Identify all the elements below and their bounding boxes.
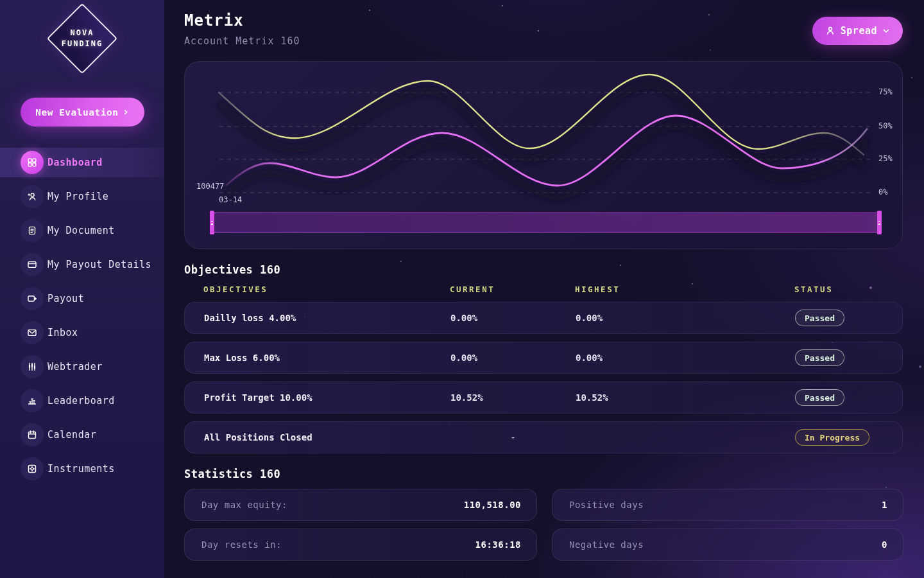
objective-row: All Positions Closed - In Progress (184, 421, 903, 453)
main-content: Metrix Account Metrix 160 Spread (164, 0, 924, 578)
objective-name: All Positions Closed (185, 432, 450, 442)
objective-highest: 0.00% (576, 353, 795, 363)
sidebar-item-my-payout-details[interactable]: My Payout Details (0, 250, 164, 279)
statistics-grid: Day max equity: 110,518.00 Positive days… (184, 489, 903, 561)
stat-card-positive-days: Positive days 1 (552, 489, 903, 521)
brand-name-line2: FUNDING (62, 39, 103, 49)
dashboard-icon (27, 157, 37, 168)
slider-handle-left[interactable] (210, 211, 214, 234)
objective-highest: 0.00% (576, 313, 795, 323)
sidebar-item-label: My Profile (47, 191, 108, 202)
chart-start-date: 03-14 (219, 195, 242, 204)
document-icon (27, 225, 37, 236)
objective-current: 10.52% (450, 392, 576, 403)
sidebar-item-calendar[interactable]: Calendar (0, 420, 164, 450)
equity-chart-card: 75% 50% 25% 0% 100477 03-14 (184, 61, 903, 249)
stat-label: Day resets in: (201, 539, 282, 550)
spread-label: Spread (841, 25, 877, 37)
objective-row: Max Loss 6.00% 0.00% 0.00% Passed (184, 342, 903, 374)
instruments-gear-icon (27, 464, 37, 474)
objectives-column-headers: OBJECTIVES CURRENT HIGHEST STATUS (184, 284, 903, 294)
profile-icon (27, 191, 37, 202)
candlestick-icon (27, 362, 37, 372)
sidebar: NOVA FUNDING New Evaluation › Dashboard … (0, 0, 164, 578)
column-header-current: CURRENT (450, 285, 575, 294)
user-icon (825, 26, 835, 36)
stat-label: Day max equity: (201, 500, 287, 510)
objective-current: - (450, 432, 576, 442)
sidebar-item-label: Calendar (47, 429, 96, 441)
chevron-down-icon (882, 27, 890, 35)
wallet-arrow-icon (27, 293, 37, 304)
statistics-heading: Statistics 160 (184, 468, 903, 480)
status-badge: In Progress (795, 429, 869, 446)
credit-card-icon (27, 259, 37, 270)
chart-start-value: 100477 (196, 182, 224, 191)
sidebar-item-instruments[interactable]: Instruments (0, 454, 164, 484)
sidebar-item-webtrader[interactable]: Webtrader (0, 352, 164, 381)
objective-name: Max Loss 6.00% (185, 353, 450, 363)
slider-handle-right[interactable] (877, 211, 882, 234)
objective-current: 0.00% (450, 353, 576, 363)
sidebar-item-label: Dashboard (47, 157, 103, 168)
objective-row: Profit Target 10.00% 10.52% 10.52% Passe… (184, 381, 903, 414)
status-badge: Passed (795, 349, 844, 366)
chart-range-slider[interactable] (211, 213, 880, 232)
sidebar-item-leaderboard[interactable]: Leaderboard (0, 386, 164, 416)
stat-value: 16:36:18 (475, 539, 521, 550)
statistics-section: Statistics 160 Day max equity: 110,518.0… (184, 468, 903, 561)
stat-value: 0 (882, 539, 887, 550)
sidebar-item-dashboard[interactable]: Dashboard (0, 148, 164, 177)
sidebar-item-payout[interactable]: Payout (0, 284, 164, 313)
objectives-section: Objectives 160 OBJECTIVES CURRENT HIGHES… (184, 263, 903, 453)
spread-button[interactable]: Spread (812, 17, 903, 45)
chevron-right-icon: › (122, 105, 129, 118)
sidebar-item-my-document[interactable]: My Document (0, 216, 164, 245)
y-axis-tick: 50% (878, 121, 893, 130)
objective-name: Profit Target 10.00% (185, 392, 450, 403)
stat-card-negative-days: Negative days 0 (552, 529, 903, 561)
chart-smoke-shadow (219, 85, 867, 196)
stat-card-day-resets-in: Day resets in: 16:36:18 (184, 529, 537, 561)
sidebar-item-label: My Payout Details (47, 259, 151, 270)
objective-name: Dailly loss 4.00% (185, 313, 450, 323)
objectives-heading: Objectives 160 (184, 263, 903, 276)
y-axis-tick: 25% (878, 154, 893, 163)
sidebar-item-label: My Document (47, 225, 115, 236)
page-subtitle: Account Metrix 160 (184, 35, 300, 47)
stat-label: Positive days (569, 500, 644, 510)
stat-label: Negative days (569, 539, 644, 550)
new-evaluation-button[interactable]: New Evaluation › (21, 98, 144, 127)
sidebar-nav: Dashboard My Profile My Document My Payo… (0, 148, 164, 484)
status-badge: Passed (795, 310, 844, 326)
stat-value: 1 (882, 500, 887, 510)
stat-card-day-max-equity: Day max equity: 110,518.00 (184, 489, 537, 521)
objective-highest: 10.52% (576, 392, 795, 403)
objective-current: 0.00% (450, 313, 576, 323)
column-header-status: STATUS (794, 285, 903, 294)
y-axis-tick: 75% (878, 87, 893, 96)
nova-funding-logo: NOVA FUNDING (0, 0, 164, 76)
calendar-icon (27, 430, 37, 440)
sidebar-item-label: Leaderboard (47, 395, 115, 407)
objective-row: Dailly loss 4.00% 0.00% 0.00% Passed (184, 302, 903, 334)
sidebar-item-label: Payout (47, 293, 84, 304)
stat-value: 110,518.00 (464, 500, 521, 510)
column-header-objectives: OBJECTIVES (184, 285, 450, 294)
status-badge: Passed (795, 389, 844, 406)
envelope-icon (27, 328, 37, 338)
y-axis-tick: 0% (878, 188, 887, 197)
sidebar-item-inbox[interactable]: Inbox (0, 318, 164, 347)
sidebar-item-my-profile[interactable]: My Profile (0, 182, 164, 211)
page-title: Metrix (184, 12, 244, 30)
new-evaluation-label: New Evaluation (35, 107, 118, 118)
sidebar-item-label: Instruments (47, 463, 115, 475)
brand-name-line1: NOVA (62, 28, 103, 39)
sidebar-item-label: Inbox (47, 327, 78, 338)
sidebar-item-label: Webtrader (47, 361, 103, 372)
bar-chart-icon (27, 396, 37, 406)
column-header-highest: HIGHEST (575, 285, 794, 294)
